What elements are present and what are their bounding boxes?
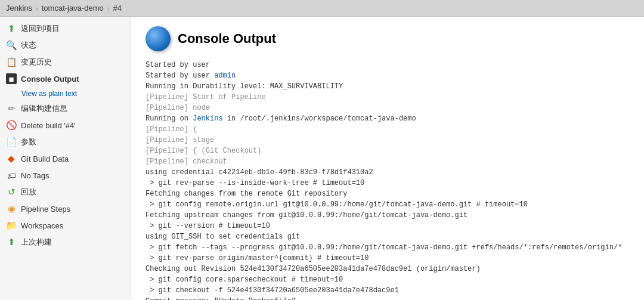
console-line: > git rev-parse --is-inside-work-tree # … <box>145 178 630 188</box>
console-line: Started by user admin <box>145 70 630 81</box>
topbar: Jenkins › tomcat-java-demo › #4 <box>0 0 644 17</box>
console-line: [Pipeline] checkout <box>145 156 630 167</box>
sidebar-item-label: Workspaces <box>21 221 63 230</box>
breadcrumb-project[interactable]: tomcat-java-demo <box>42 4 104 13</box>
console-line: [Pipeline] Start of Pipeline <box>145 92 630 103</box>
console-line: > git rev-parse origin/master^{commit} #… <box>145 253 630 264</box>
console-line: Running on Jenkins in /root/.jenkins/wor… <box>145 113 630 124</box>
delete-build-icon: 🚫 <box>6 120 17 131</box>
pipeline-steps-icon: ◉ <box>6 203 17 214</box>
back-icon: ⬆ <box>6 23 17 34</box>
prev-build-icon: ⬆ <box>6 237 17 248</box>
sidebar-item-label: View as plain text <box>21 89 77 98</box>
sidebar-item-prev-build[interactable]: ⬆ 上次构建 <box>0 234 131 250</box>
sidebar-item-label: Console Output <box>21 75 79 83</box>
params-icon: 📄 <box>6 137 17 147</box>
sidebar-item-label: No Tags <box>21 171 49 180</box>
sidebar-item-back[interactable]: ⬆ 返回到项目 <box>0 20 131 37</box>
sidebar-item-label: 返回到项目 <box>21 23 60 34</box>
workspaces-icon: 📁 <box>6 220 17 231</box>
sidebar-item-git-build[interactable]: ◆ Git Build Data <box>0 150 131 167</box>
sidebar-item-label: 参数 <box>21 137 36 147</box>
breadcrumb-build: #4 <box>113 4 121 13</box>
edit-build-icon: ✏ <box>6 103 17 114</box>
sidebar-item-label: Git Build Data <box>21 154 69 163</box>
console-line: Commit message: "Update Dockerfile" <box>145 296 630 300</box>
sidebar-item-label: 编辑构建信息 <box>21 103 67 114</box>
console-line: Checking out Revision 524e4130f34720a650… <box>145 264 630 274</box>
admin-link[interactable]: admin <box>214 72 236 80</box>
jenkins-link[interactable]: Jenkins <box>193 115 222 123</box>
breadcrumb-sep-2: › <box>107 5 110 12</box>
sidebar-item-params[interactable]: 📄 参数 <box>0 134 131 150</box>
sidebar-item-replay[interactable]: ↺ 回放 <box>0 184 131 200</box>
console-icon: ■ <box>6 73 17 84</box>
breadcrumb-jenkins[interactable]: Jenkins <box>6 4 32 13</box>
sidebar-item-console[interactable]: ■ Console Output <box>0 70 131 87</box>
console-line: > git config remote.origin.url git@10.0.… <box>145 199 630 210</box>
sidebar-item-no-tags[interactable]: 🏷 No Tags <box>0 167 131 184</box>
sidebar-item-plain-text[interactable]: View as plain text <box>0 87 131 100</box>
console-line: [Pipeline] { (Git Checkout) <box>145 146 630 156</box>
console-output: Started by user Started by user adminRun… <box>145 60 630 300</box>
console-line: > git checkout -f 524e4130f34720a6505ee2… <box>145 285 630 296</box>
console-line: [Pipeline] node <box>145 103 630 113</box>
sidebar-item-history[interactable]: 📋 变更历史 <box>0 54 131 70</box>
history-icon: 📋 <box>6 57 17 67</box>
console-line: [Pipeline] { <box>145 124 630 135</box>
console-line: Fetching changes from the remote Git rep… <box>145 188 630 199</box>
sidebar-item-label: 状态 <box>21 40 36 51</box>
page-header: Console Output <box>145 26 630 51</box>
sidebar-item-label: Pipeline Steps <box>21 205 70 214</box>
git-build-icon: ◆ <box>6 153 17 164</box>
layout: ⬆ 返回到项目 🔍 状态 📋 变更历史 ■ Console Output Vie… <box>0 17 644 300</box>
sidebar-item-edit-build[interactable]: ✏ 编辑构建信息 <box>0 100 131 117</box>
console-output-icon <box>145 26 171 51</box>
sidebar-item-workspaces[interactable]: 📁 Workspaces <box>0 217 131 234</box>
console-line: using credential c42214eb-db1e-49fb-83c9… <box>145 167 630 178</box>
console-line: Running in Durability level: MAX_SURVIVA… <box>145 81 630 92</box>
sidebar-item-status[interactable]: 🔍 状态 <box>0 37 131 54</box>
no-tags-icon: 🏷 <box>6 170 17 181</box>
page-title: Console Output <box>178 31 276 47</box>
sidebar-item-delete-build[interactable]: 🚫 Delete build '#4' <box>0 117 131 134</box>
main-content: Console Output Started by user Started b… <box>131 17 644 300</box>
sidebar-item-label: 回放 <box>21 187 36 197</box>
sidebar-item-label: 上次构建 <box>21 237 52 248</box>
console-line: > git config core.sparsecheckout # timeo… <box>145 274 630 285</box>
breadcrumb-sep-1: › <box>36 5 38 12</box>
console-line: Started by user <box>145 60 630 70</box>
sidebar-item-pipeline-steps[interactable]: ◉ Pipeline Steps <box>0 200 131 217</box>
sidebar-item-label: 变更历史 <box>21 57 52 67</box>
console-line: [Pipeline] stage <box>145 135 630 146</box>
console-line: Fetching upstream changes from git@10.0.… <box>145 210 630 221</box>
console-line: > git --version # timeout=10 <box>145 221 630 231</box>
status-icon: 🔍 <box>6 40 17 51</box>
replay-icon: ↺ <box>6 187 17 197</box>
console-line: > git fetch --tags --progress git@10.0.0… <box>145 242 630 253</box>
sidebar-item-label: Delete build '#4' <box>21 121 76 130</box>
sidebar: ⬆ 返回到项目 🔍 状态 📋 变更历史 ■ Console Output Vie… <box>0 17 131 300</box>
console-line: using GIT_SSH to set credentials git <box>145 231 630 242</box>
